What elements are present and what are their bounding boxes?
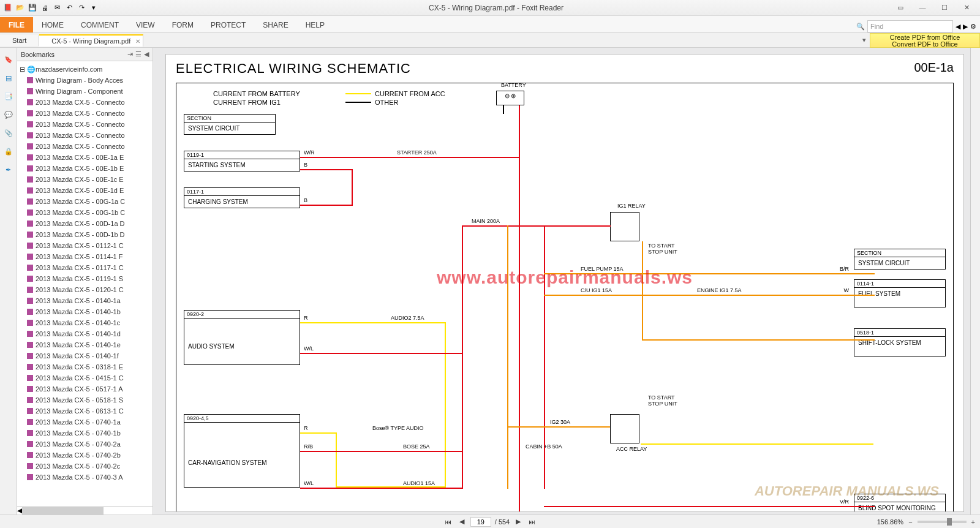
tab-protect[interactable]: PROTECT [202, 17, 254, 32]
pages-icon[interactable]: ▤ [3, 72, 14, 83]
bookmark-item[interactable]: Wiring Diagram - Component [27, 86, 153, 97]
tab-file[interactable]: FILE [0, 17, 33, 32]
bookmark-item[interactable]: Wiring Diagram - Body Acces [27, 75, 153, 86]
tab-share[interactable]: SHARE [254, 17, 296, 32]
box-charging: 0117-1CHARGING SYSTEM [184, 187, 300, 208]
doctab-wiring[interactable]: CX-5 - Wiring Diagram.pdf✕ [39, 34, 143, 47]
tab-view[interactable]: VIEW [127, 17, 164, 32]
prev-page-icon[interactable]: ◀ [457, 518, 467, 526]
bookmarks-tree[interactable]: ⊟ 🌐 mazdaserviceinfo.com Wiring Diagram … [17, 61, 153, 506]
find-next-icon[interactable]: ▶ [963, 23, 968, 31]
search-icon[interactable]: 🔍 [856, 23, 865, 31]
bookmark-item[interactable]: 2013 Mazda CX-5 - 0140-1f [27, 350, 153, 361]
bookmark-item[interactable]: 2013 Mazda CX-5 - 00E-1b E [27, 163, 153, 174]
tab-form[interactable]: FORM [164, 17, 202, 32]
comments-icon[interactable]: 💬 [3, 109, 14, 120]
schematic-title: ELECTRICAL WIRING SCHEMATIC [176, 61, 411, 77]
attachments-icon[interactable]: 📎 [3, 127, 14, 138]
bookmark-item[interactable]: 2013 Mazda CX-5 - 00E-1d E [27, 185, 153, 196]
security-icon[interactable]: 🔒 [3, 146, 14, 157]
print-icon[interactable]: 🖨 [39, 2, 50, 13]
bookmark-item[interactable]: 2013 Mazda CX-5 - 0613-1 C [27, 405, 153, 417]
bookmark-item[interactable]: 2013 Mazda CX-5 - 0120-1 C [27, 284, 153, 295]
bookmark-item[interactable]: 2013 Mazda CX-5 - 0318-1 E [27, 361, 153, 372]
find-settings-icon[interactable]: ⚙ [970, 23, 976, 31]
open-icon[interactable]: 📂 [15, 2, 26, 13]
bookmark-item[interactable]: 2013 Mazda CX-5 - 0740-2b [27, 450, 153, 461]
tab-help[interactable]: HELP [297, 17, 333, 32]
close-button[interactable]: ✕ [957, 2, 976, 13]
qat-more-icon[interactable]: ▾ [88, 2, 99, 13]
last-page-icon[interactable]: ⏭ [527, 518, 537, 526]
bookmark-item[interactable]: 2013 Mazda CX-5 - 0114-1 F [27, 251, 153, 262]
bookmark-item[interactable]: 2013 Mazda CX-5 - 0117-1 C [27, 262, 153, 273]
bookmark-item[interactable]: 2013 Mazda CX-5 - 0740-1b [27, 428, 153, 439]
find-input[interactable]: Find [867, 20, 953, 32]
bookmarks-icon[interactable]: 🔖 [3, 54, 14, 65]
bookmark-item[interactable]: 2013 Mazda CX-5 - 0415-1 C [27, 372, 153, 383]
bookmark-item[interactable]: 2013 Mazda CX-5 - Connecto [27, 119, 153, 130]
bookmark-item[interactable]: 2013 Mazda CX-5 - 00E-1c E [27, 174, 153, 185]
email-icon[interactable]: ✉ [51, 2, 62, 13]
tab-home[interactable]: HOME [33, 17, 72, 32]
bookmark-item[interactable]: 2013 Mazda CX-5 - 00G-1a C [27, 196, 153, 207]
bookmark-item[interactable]: 2013 Mazda CX-5 - Connecto [27, 141, 153, 152]
redo-icon[interactable]: ↷ [76, 2, 87, 13]
next-page-icon[interactable]: ▶ [513, 518, 523, 526]
doctab-start[interactable]: Start [0, 35, 39, 46]
layers-icon[interactable]: 📑 [3, 91, 14, 102]
bm-root[interactable]: ⊟ 🌐 mazdaserviceinfo.com [20, 64, 153, 75]
vertical-scrollbar[interactable] [970, 48, 980, 515]
zoom-in-icon[interactable]: + [971, 518, 975, 526]
acc-relay [610, 414, 639, 443]
bookmark-item[interactable]: 2013 Mazda CX-5 - 0140-1e [27, 339, 153, 350]
bookmark-item[interactable]: 2013 Mazda CX-5 - 0740-2c [27, 461, 153, 472]
main-area: 🔖 ▤ 📑 💬 📎 🔒 ✒ Bookmarks ⇥ ☰ ◀ ⊟ 🌐 mazdas… [0, 48, 980, 515]
bookmark-item[interactable]: 2013 Mazda CX-5 - 0140-1d [27, 328, 153, 339]
bookmark-item[interactable]: 2013 Mazda CX-5 - 0112-1 C [27, 240, 153, 251]
document-view[interactable]: ELECTRICAL WIRING SCHEMATIC 00E-1a CURRE… [153, 48, 980, 515]
bookmark-item[interactable]: 2013 Mazda CX-5 - 0119-1 S [27, 273, 153, 284]
maximize-button[interactable]: ☐ [935, 2, 954, 13]
bm-hscroll[interactable]: ◀ [17, 506, 153, 515]
bookmark-item[interactable]: 2013 Mazda CX-5 - 0140-1c [27, 317, 153, 328]
find-prev-icon[interactable]: ◀ [956, 23, 960, 31]
bm-close-icon[interactable]: ◀ [144, 50, 149, 58]
zoom-slider[interactable] [918, 521, 967, 523]
close-icon[interactable]: ✕ [135, 38, 140, 45]
minimize-button[interactable]: — [913, 2, 932, 13]
first-page-icon[interactable]: ⏮ [443, 518, 453, 526]
bookmark-item[interactable]: 2013 Mazda CX-5 - 0140-1a [27, 295, 153, 306]
bm-expand-icon[interactable]: ⇥ [127, 50, 133, 58]
bookmark-item[interactable]: 2013 Mazda CX-5 - 0518-1 S [27, 394, 153, 405]
ribbon-toggle-icon[interactable]: ▭ [891, 2, 910, 13]
bookmark-item[interactable]: 2013 Mazda CX-5 - 0740-2a [27, 439, 153, 450]
bookmark-item[interactable]: 2013 Mazda CX-5 - Connecto [27, 130, 153, 141]
bookmark-item[interactable]: 2013 Mazda CX-5 - Connecto [27, 108, 153, 119]
bm-menu-icon[interactable]: ☰ [135, 50, 141, 58]
bookmark-item[interactable]: 2013 Mazda CX-5 - Connecto [27, 97, 153, 108]
tab-overflow-icon[interactable]: ▾ [862, 36, 866, 44]
scroll-left-icon[interactable]: ◀ [17, 507, 22, 515]
bookmark-item[interactable]: 2013 Mazda CX-5 - 0740-3 A [27, 472, 153, 483]
promo-banner[interactable]: Create PDF from Office Convert PDF to Of… [870, 33, 980, 48]
bookmark-item[interactable]: 2013 Mazda CX-5 - 0740-1a [27, 417, 153, 428]
box-starting: 0119-1STARTING SYSTEM [184, 151, 300, 172]
zoom-out-icon[interactable]: − [908, 518, 912, 526]
bookmark-item[interactable]: 2013 Mazda CX-5 - 00E-1a E [27, 152, 153, 163]
bookmark-item[interactable]: 2013 Mazda CX-5 - 00D-1a D [27, 218, 153, 229]
bookmarks-header: Bookmarks ⇥ ☰ ◀ [17, 48, 153, 61]
bookmark-item[interactable]: 2013 Mazda CX-5 - 0140-1b [27, 306, 153, 317]
undo-icon[interactable]: ↶ [64, 2, 75, 13]
signatures-icon[interactable]: ✒ [3, 164, 14, 175]
legend: CURRENT FROM BATTERY CURRENT FROM ACC CU… [213, 89, 445, 107]
side-toolbar: 🔖 ▤ 📑 💬 📎 🔒 ✒ [0, 48, 17, 515]
bookmark-item[interactable]: 2013 Mazda CX-5 - 00D-1b D [27, 229, 153, 240]
box-audio: 0920-2AUDIO SYSTEM [184, 310, 300, 365]
window-title: CX-5 - Wiring Diagram.pdf - Foxit Reader [102, 4, 891, 12]
bookmark-item[interactable]: 2013 Mazda CX-5 - 00G-1b C [27, 207, 153, 218]
tab-comment[interactable]: COMMENT [72, 17, 127, 32]
save-icon[interactable]: 💾 [27, 2, 38, 13]
page-input[interactable] [470, 517, 491, 527]
bookmark-item[interactable]: 2013 Mazda CX-5 - 0517-1 A [27, 383, 153, 394]
